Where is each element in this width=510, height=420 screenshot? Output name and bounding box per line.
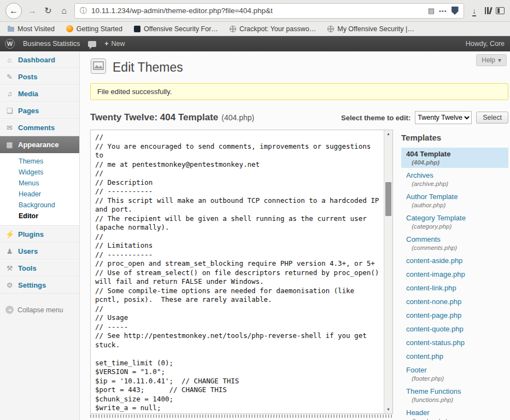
submenu-item-editor[interactable]: Editor	[0, 211, 79, 221]
page-title: Edit Themes	[113, 60, 183, 75]
sidebar-item-settings[interactable]: ⚙ Settings	[0, 277, 79, 294]
users-icon: ♟	[5, 247, 14, 255]
success-notice: File edited successfully.	[90, 83, 508, 100]
sidebar-item-posts[interactable]: ✎ Posts	[0, 68, 79, 85]
wp-body: ⌂ Dashboard ✎ Posts ♫ Media ❏ Pages ✉ Co…	[0, 51, 510, 420]
admin-sidebar: ⌂ Dashboard ✎ Posts ♫ Media ❏ Pages ✉ Co…	[0, 51, 80, 420]
template-item-comments[interactable]: Comments (comments.php)	[401, 233, 508, 253]
bookmark-my-offensive-security[interactable]: My Offensive Security |…	[327, 25, 414, 33]
tools-icon: ⚒	[5, 264, 14, 272]
template-item-archives[interactable]: Archives (archive.php)	[401, 169, 508, 189]
main-content: Help ▾ Edit Themes File edited successfu…	[80, 51, 510, 420]
bookmark-offensive-security-forums[interactable]: Offensive Security For…	[134, 25, 218, 33]
folder-icon	[8, 27, 14, 32]
pages-icon: ❏	[5, 107, 14, 115]
download-icon: ↓	[472, 7, 476, 16]
comments-bubble-icon[interactable]	[88, 41, 96, 47]
template-item-content-none[interactable]: content-none.php	[401, 295, 508, 308]
editor-resize-strip	[90, 415, 393, 418]
code-editor: // // You are encouraged to send comment…	[90, 130, 393, 414]
submenu-item-themes[interactable]: Themes	[0, 156, 79, 167]
templates-heading: Templates	[401, 133, 508, 142]
scroll-up-icon[interactable]: ▲	[384, 130, 392, 138]
code-textarea[interactable]: // // You are encouraged to send comment…	[91, 130, 384, 413]
howdy-account-link[interactable]: Howdy, Core	[466, 40, 505, 48]
template-item-header[interactable]: Header (header.php)	[401, 406, 508, 420]
bookmark-most-visited[interactable]: Most Visited	[8, 25, 55, 33]
sidebar-item-plugins[interactable]: ⚡ Plugins	[0, 226, 79, 243]
scrollbar-thumb[interactable]	[385, 182, 391, 216]
site-name-link[interactable]: Business Statistics	[23, 40, 80, 48]
submenu-item-widgets[interactable]: Widgets	[0, 167, 79, 178]
globe-icon	[327, 26, 334, 32]
firefox-icon	[66, 25, 73, 32]
appearance-submenu: Themes Widgets Menus Header Background E…	[0, 153, 79, 226]
editor-column: // // You are encouraged to send comment…	[90, 130, 393, 420]
reader-mode-icon[interactable]: ▤	[428, 7, 435, 15]
template-item-content-page[interactable]: content-page.php	[401, 309, 508, 322]
plugins-icon: ⚡	[5, 230, 14, 238]
template-item-footer[interactable]: Footer (footer.php)	[401, 364, 508, 384]
bookmark-crackpot[interactable]: Crackpot: Your passwo…	[230, 25, 316, 33]
sidebar-item-media[interactable]: ♫ Media	[0, 85, 79, 102]
site-info-icon[interactable]: ⓘ	[80, 6, 87, 16]
theme-select[interactable]: Twenty Twelve	[415, 111, 472, 124]
page-header: Edit Themes	[90, 51, 508, 77]
submenu-item-background[interactable]: Background	[0, 200, 79, 211]
chevron-down-icon: ▾	[498, 56, 501, 64]
editor-row: // // You are encouraged to send comment…	[90, 130, 508, 420]
url-bar[interactable]: ⓘ 10.11.1.234/wp-admin/theme-editor.php?…	[74, 3, 464, 19]
posts-icon: ✎	[5, 73, 14, 81]
sidebar-item-comments[interactable]: ✉ Comments	[0, 119, 79, 136]
plus-icon: +	[104, 40, 108, 48]
collapse-menu-button[interactable]: ◀ Collapse menu	[0, 306, 79, 314]
template-item-content-link[interactable]: content-link.php	[401, 282, 508, 294]
download-button[interactable]: ↓	[469, 6, 480, 16]
template-item-author[interactable]: Author Template (author.php)	[401, 190, 508, 211]
template-item-category[interactable]: Category Template (category.php)	[401, 212, 508, 232]
wordpress-logo-icon[interactable]: W	[5, 39, 15, 49]
sidebar-item-pages[interactable]: ❏ Pages	[0, 102, 79, 119]
template-item-404[interactable]: 404 Template (404.php)	[401, 148, 508, 168]
url-text[interactable]: 10.11.1.234/wp-admin/theme-editor.php?fi…	[91, 7, 424, 15]
back-icon: ←	[9, 6, 18, 16]
template-item-content-aside[interactable]: content-aside.php	[401, 254, 508, 267]
select-theme-label: Select theme to edit:	[341, 114, 411, 122]
sidebar-toggle-icon[interactable]	[496, 7, 505, 14]
back-button[interactable]: ←	[5, 3, 22, 19]
new-content-button[interactable]: + New	[104, 40, 125, 48]
library-icon[interactable]	[485, 7, 491, 14]
appearance-icon: ▦	[5, 141, 14, 149]
editor-scrollbar[interactable]: ▲ ▼	[384, 130, 392, 413]
sidebar-item-users[interactable]: ♟ Users	[0, 243, 79, 260]
sidebar-item-dashboard[interactable]: ⌂ Dashboard	[0, 51, 79, 68]
select-theme-button[interactable]: Select	[476, 112, 508, 124]
help-button[interactable]: Help ▾	[476, 54, 507, 66]
bookmarks-bar: Most Visited Getting Started Offensive S…	[0, 22, 510, 36]
template-item-content[interactable]: content.php	[401, 350, 508, 363]
forward-icon: →	[28, 6, 37, 15]
forward-button[interactable]: →	[27, 6, 38, 16]
template-item-content-status[interactable]: content-status.php	[401, 336, 508, 349]
template-item-content-quote[interactable]: content-quote.php	[401, 323, 508, 335]
globe-icon	[230, 26, 236, 32]
shield-icon[interactable]	[452, 7, 459, 15]
sidebar-item-tools[interactable]: ⚒ Tools	[0, 260, 79, 277]
browser-toolbar: ← → ↻ ⌂ ⓘ 10.11.1.234/wp-admin/theme-edi…	[0, 0, 510, 22]
home-icon: ⌂	[61, 6, 67, 15]
submenu-item-header[interactable]: Header	[0, 189, 79, 200]
bookmark-getting-started[interactable]: Getting Started	[66, 25, 122, 33]
scroll-down-icon[interactable]: ▼	[384, 406, 392, 413]
refresh-button[interactable]: ↻	[43, 5, 54, 16]
templates-panel: Templates 404 Template (404.php) Archive…	[401, 130, 508, 420]
kali-icon	[134, 26, 140, 32]
sidebar-item-appearance[interactable]: ▦ Appearance	[0, 136, 79, 153]
home-button[interactable]: ⌂	[58, 6, 69, 16]
submenu-item-menus[interactable]: Menus	[0, 178, 79, 189]
template-item-functions[interactable]: Theme Functions (functions.php)	[401, 385, 508, 405]
page-actions-icon[interactable]: •••	[439, 8, 447, 14]
template-item-content-image[interactable]: content-image.php	[401, 268, 508, 281]
file-title: Twenty Twelve: 404 Template(404.php)	[90, 112, 254, 123]
settings-icon: ⚙	[5, 281, 14, 289]
media-icon: ♫	[5, 90, 14, 98]
